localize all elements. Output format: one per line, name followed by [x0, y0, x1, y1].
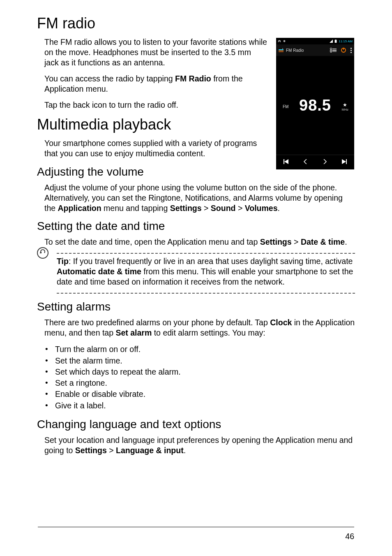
- alarm-bullet-list: Turn the alarm on or off. Set the alarm …: [37, 344, 355, 411]
- page: 11:15 AM FM Radio FM 98.5 ★ MHz: [0, 0, 392, 556]
- text: to edit alarm settings. You may:: [152, 328, 265, 337]
- clock-bold: Clock: [270, 318, 292, 327]
- mhz-favorite: ★ MHz: [342, 102, 348, 111]
- settings-bold: Settings: [170, 204, 202, 213]
- text: >: [236, 204, 245, 213]
- settings-bold: Settings: [260, 237, 292, 246]
- status-right: 11:15 AM: [330, 39, 353, 43]
- heading-date-time: Setting the date and time: [37, 220, 355, 233]
- text: : If you travel frequently or live in an…: [69, 257, 353, 266]
- star-icon[interactable]: ★: [342, 102, 348, 108]
- auto-date-time-bold: Automatic date & time: [57, 267, 141, 276]
- list-item: Set which days to repeat the alarm.: [44, 366, 355, 378]
- radio-icon: [279, 48, 284, 52]
- text: >: [292, 237, 301, 246]
- seek-up-button[interactable]: [323, 158, 327, 166]
- list-item: Set the alarm time.: [44, 355, 355, 366]
- app-bar-left: FM Radio: [279, 48, 304, 53]
- headphone-icon: [278, 39, 281, 43]
- list-item: Enable or disable vibrate.: [44, 389, 355, 400]
- text: There are two predefined alarms on your …: [44, 318, 270, 327]
- list-icon[interactable]: [332, 49, 337, 52]
- app-title: FM Radio: [286, 48, 304, 53]
- status-bar: 11:15 AM: [276, 38, 354, 44]
- overflow-menu-icon[interactable]: [350, 48, 352, 53]
- playback-controls: [276, 155, 354, 169]
- app-bar-right: [332, 47, 352, 53]
- heading-volume: Adjusting the volume: [37, 165, 267, 178]
- dt-paragraph-1: To set the date and time, open the Appli…: [37, 237, 355, 247]
- fm-band-label: FM: [283, 104, 288, 109]
- tip-rule-bottom: [57, 293, 355, 294]
- footer-rule: [38, 527, 354, 527]
- fm-radio-bold: FM Radio: [175, 74, 211, 83]
- tip-icon: [37, 247, 48, 259]
- list-item: Set a ringtone.: [44, 378, 355, 389]
- text: >: [107, 446, 116, 455]
- text: To set the date and time, open the Appli…: [44, 237, 260, 246]
- usb-icon: [283, 39, 286, 43]
- status-left: [278, 39, 286, 43]
- svg-rect-4: [279, 49, 284, 50]
- power-icon[interactable]: [341, 47, 346, 53]
- fm-radio-screenshot: 11:15 AM FM Radio FM 98.5 ★ MHz: [276, 38, 354, 169]
- al-paragraph-1: There are two predefined alarms on your …: [37, 317, 355, 338]
- mhz-label: MHz: [342, 108, 348, 111]
- heading-multimedia: Multimedia playback: [37, 116, 267, 133]
- list-item: Give it a label.: [44, 400, 355, 411]
- skip-previous-button[interactable]: [284, 158, 288, 166]
- svg-rect-1: [335, 40, 337, 43]
- tip-label: Tip: [57, 257, 69, 266]
- app-bar: FM Radio: [276, 44, 354, 56]
- page-number: 46: [345, 532, 354, 541]
- date-time-bold: Date & time: [301, 237, 345, 246]
- heading-fm-radio: FM radio: [37, 15, 355, 32]
- text: .: [184, 446, 186, 455]
- skip-next-button[interactable]: [342, 158, 347, 166]
- volumes-bold: Volumes: [245, 204, 278, 213]
- battery-icon: [334, 39, 337, 43]
- signal-icon: [330, 39, 333, 43]
- text: .: [345, 237, 347, 246]
- vol-paragraph-1: Adjust the volume of your phone using th…: [37, 183, 355, 213]
- text: menu and tapping: [101, 204, 170, 213]
- svg-rect-9: [346, 159, 347, 164]
- status-time: 11:15 AM: [339, 39, 353, 43]
- text: You can access the radio by tapping: [44, 74, 175, 83]
- svg-point-0: [284, 40, 286, 42]
- application-bold: Application: [58, 204, 101, 213]
- tip-rule-top: [57, 253, 355, 254]
- list-item: Turn the alarm on or off.: [44, 344, 355, 355]
- heading-alarms: Setting alarms: [37, 300, 355, 313]
- frequency-display: FM 98.5 ★ MHz: [276, 56, 354, 155]
- svg-rect-8: [284, 159, 284, 164]
- tip-block: Tip: If you travel frequently or live in…: [37, 253, 355, 294]
- text: .: [278, 204, 280, 213]
- fm-paragraph-1: The FM radio allows you to listen to you…: [37, 37, 267, 68]
- sound-bold: Sound: [211, 204, 236, 213]
- frequency-value: 98.5: [299, 97, 331, 114]
- fm-paragraph-2: You can access the radio by tapping FM R…: [37, 74, 267, 94]
- seek-down-button[interactable]: [303, 158, 308, 166]
- text: >: [202, 204, 211, 213]
- lang-paragraph-1: Set your location and language input pre…: [37, 435, 355, 456]
- set-alarm-bold: Set alarm: [115, 328, 152, 337]
- language-input-bold: Language & input: [116, 446, 184, 455]
- tip-text: Tip: If you travel frequently or live in…: [57, 256, 355, 287]
- mm-paragraph-1: Your smartphone comes supplied with a va…: [37, 138, 267, 159]
- fm-paragraph-3: Tap the back icon to turn the radio off.: [37, 100, 267, 110]
- svg-rect-2: [335, 39, 336, 40]
- heading-language: Changing language and text options: [37, 418, 355, 431]
- settings-bold: Settings: [75, 446, 107, 455]
